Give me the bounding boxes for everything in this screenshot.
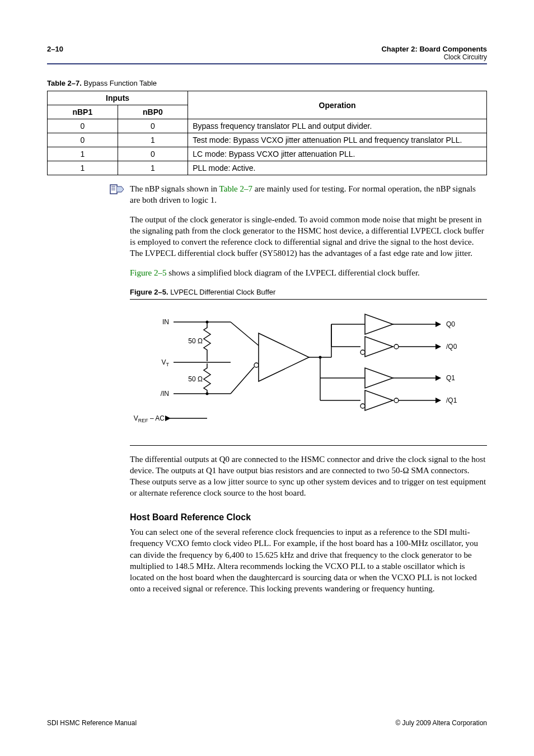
note-text-pre: The nBP signals shown in (130, 184, 219, 193)
header-right: Chapter 2: Board Components Clock Circui… (381, 45, 487, 61)
paragraph-text: shows a simplified block diagram of the … (166, 268, 419, 277)
table-caption-title: Bypass Function Table (82, 79, 157, 87)
figure-ref-link[interactable]: Figure 2–5 (130, 268, 166, 277)
paragraph: You can select one of the several refere… (130, 526, 487, 595)
note-icon (110, 184, 124, 194)
label-q0: Q0 (446, 320, 455, 328)
page-number: 2–10 (47, 45, 63, 61)
cell: LC mode: Bypass VCXO jitter attenuation … (188, 147, 487, 161)
footer-right: © July 2009 Altera Corporation (395, 719, 487, 727)
table-row: 1 0 LC mode: Bypass VCXO jitter attenuat… (48, 147, 487, 161)
paragraph: The differential outputs at Q0 are conne… (130, 454, 487, 499)
label-q1n: /Q1 (446, 396, 457, 404)
note-paragraph: The nBP signals shown in Table 2–7 are m… (130, 183, 487, 206)
svg-point-39 (394, 398, 399, 403)
cell: 0 (48, 119, 118, 133)
footer-left: SDI HSMC Reference Manual (47, 719, 137, 727)
table-caption: Table 2–7. Bypass Function Table (47, 79, 487, 87)
label-r50a: 50 Ω (188, 337, 203, 345)
heading-host-board-ref-clock: Host Board Reference Clock (130, 511, 487, 524)
cell: 1 (118, 161, 188, 175)
figure-caption: Figure 2–5. LVPECL Differential Clock Bu… (130, 287, 487, 300)
svg-line-15 (231, 322, 259, 346)
paragraph: The output of the clock generator is sin… (130, 214, 487, 259)
table-row: 1 1 PLL mode: Active. (48, 161, 487, 175)
svg-point-9 (206, 321, 209, 324)
svg-point-17 (254, 363, 259, 367)
svg-rect-0 (110, 185, 117, 194)
page-footer: SDI HSMC Reference Manual © July 2009 Al… (47, 719, 487, 727)
svg-point-38 (360, 404, 365, 408)
svg-text:IN: IN (162, 318, 169, 326)
paragraph: Figure 2–5 shows a simplified block diag… (130, 267, 487, 278)
svg-text:VT: VT (161, 358, 169, 367)
svg-marker-18 (259, 333, 309, 381)
table-caption-num: Table 2–7. (47, 79, 82, 87)
cell: 0 (118, 119, 188, 133)
svg-marker-25 (365, 314, 393, 334)
page-header: 2–10 Chapter 2: Board Components Clock C… (47, 45, 487, 64)
bypass-table: Inputs Operation nBP1 nBP0 0 0 Bypass fr… (47, 91, 487, 175)
th-nbp0: nBP0 (118, 105, 188, 119)
th-nbp1: nBP1 (48, 105, 118, 119)
svg-point-30 (360, 350, 365, 354)
label-q0n: /Q0 (446, 343, 457, 351)
cell: 0 (118, 147, 188, 161)
cell: 1 (48, 147, 118, 161)
table-row: 0 0 Bypass frequency translator PLL and … (48, 119, 487, 133)
svg-marker-35 (365, 368, 393, 388)
svg-marker-37 (365, 390, 393, 410)
svg-text:VREF – AC: VREF – AC (134, 414, 165, 423)
figure-caption-title: LVPECL Differential Clock Buffer (168, 288, 276, 296)
svg-text:/IN: /IN (161, 390, 169, 398)
label-q1: Q1 (446, 374, 455, 382)
figure-diagram: IN VT /IN VREF – AC 50 Ω 50 Ω (130, 303, 487, 445)
table-row: 0 1 Test mode: Bypass VCXO jitter attenu… (48, 133, 487, 147)
chapter-title: Chapter 2: Board Components (381, 45, 487, 53)
label-in: IN (162, 318, 169, 326)
label-in-n: /IN (161, 390, 169, 398)
svg-line-16 (231, 367, 254, 394)
cell: Test mode: Bypass VCXO jitter attenuatio… (188, 133, 487, 147)
svg-marker-29 (365, 337, 393, 357)
cell: Bypass frequency translator PLL and outp… (188, 119, 487, 133)
label-r50b: 50 Ω (188, 375, 203, 383)
section-title: Clock Circuitry (381, 53, 487, 61)
cell: PLL mode: Active. (188, 161, 487, 175)
svg-point-31 (394, 344, 399, 349)
table-ref-link[interactable]: Table 2–7 (219, 184, 252, 193)
cell: 1 (118, 133, 188, 147)
figure-caption-num: Figure 2–5. (130, 288, 168, 296)
th-operation: Operation (188, 91, 487, 119)
cell: 1 (48, 161, 118, 175)
cell: 0 (48, 133, 118, 147)
th-inputs: Inputs (48, 91, 188, 105)
